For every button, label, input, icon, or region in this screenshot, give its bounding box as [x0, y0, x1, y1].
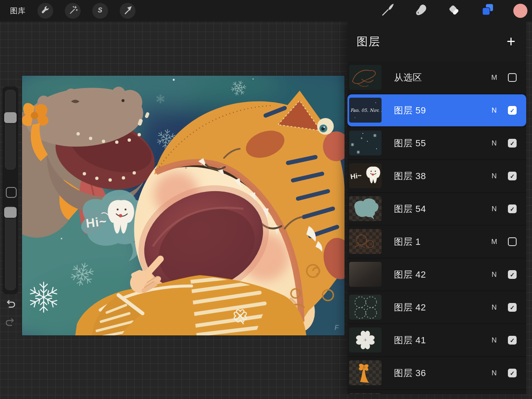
layer-row[interactable]: 图层 42 N	[347, 259, 526, 291]
layer-thumbnail[interactable]	[349, 196, 382, 221]
actions-wrench-button[interactable]	[37, 3, 53, 19]
layers-panel-title: 图层	[347, 34, 381, 49]
thumb-date-text: Fan. 05. Nov. 2018.	[350, 108, 382, 113]
visibility-checkbox[interactable]	[508, 303, 517, 312]
svg-text:S: S	[98, 6, 102, 14]
tiger-eye	[317, 118, 334, 135]
layer-name: 图层 38	[394, 170, 426, 182]
redo-button[interactable]	[5, 318, 16, 328]
blend-mode-badge[interactable]: N	[487, 172, 501, 180]
layer-thumbnail[interactable]	[349, 360, 382, 385]
visibility-checkbox[interactable]	[508, 369, 517, 377]
visibility-checkbox[interactable]	[508, 139, 517, 148]
visibility-checkbox[interactable]	[508, 204, 517, 213]
layer-row[interactable]: 图层 42 N	[347, 291, 526, 323]
layer-row[interactable]: 图层 36 N	[347, 357, 526, 389]
blend-mode-badge[interactable]: M	[487, 238, 501, 246]
selection-s-icon: S	[95, 5, 106, 17]
eraser-icon	[447, 3, 461, 19]
layer-thumbnail[interactable]	[349, 65, 382, 90]
layer-thumbnail[interactable]	[349, 262, 382, 287]
layer-name: 图层 55	[394, 137, 426, 150]
wrench-icon	[40, 5, 51, 17]
visibility-checkbox[interactable]	[508, 237, 517, 246]
layer-thumbnail[interactable]: Fan. 05. Nov. 2018.	[349, 98, 382, 123]
undo-icon	[5, 303, 16, 310]
transform-arrow-icon	[122, 5, 133, 17]
blend-mode-badge[interactable]: N	[487, 271, 501, 279]
layer-thumbnail[interactable]	[349, 229, 382, 254]
layer-row[interactable]: 图层 41 N	[347, 324, 526, 356]
brush-size-handle[interactable]	[4, 112, 17, 123]
brush-size-slider[interactable]	[5, 90, 16, 170]
selection-button[interactable]: S	[92, 3, 108, 19]
layer-name: 图层 42	[394, 301, 426, 314]
blend-mode-badge[interactable]: N	[487, 369, 501, 377]
top-toolbar: 图库 S	[0, 0, 532, 22]
layer-thumbnail[interactable]	[349, 393, 382, 394]
color-swatch[interactable]	[513, 3, 528, 18]
layer-name: 图层 59	[394, 104, 426, 117]
adjustments-wand-button[interactable]	[65, 3, 81, 19]
undo-button[interactable]	[5, 299, 16, 309]
modify-button[interactable]	[6, 187, 17, 198]
bubble-text: Hi~	[85, 214, 108, 230]
layer-name: 图层 1	[394, 236, 421, 248]
layers-panel: 图层 + 从选区 M Fan. 05. Nov. 2018. 图层 59 N 图…	[347, 22, 526, 394]
visibility-checkbox[interactable]	[508, 270, 517, 279]
drawing-canvas[interactable]: Hi~	[22, 76, 345, 335]
layer-row[interactable]: Fan. 05. Nov. 2018. 图层 59 N	[347, 94, 526, 126]
smudge-tool-button[interactable]	[413, 3, 428, 18]
layer-row[interactable]: Hi~ 图层 38 N	[347, 160, 526, 192]
layer-name: 图层 54	[394, 203, 426, 215]
layer-name: 图层 41	[394, 334, 426, 347]
layer-row[interactable]: 图层 1 M	[347, 226, 526, 258]
layer-row[interactable]: 图层 54 N	[347, 193, 526, 225]
layers-icon	[480, 3, 494, 19]
artist-signature: F	[335, 324, 339, 331]
thumb-hi-text: Hi~	[350, 171, 362, 181]
layer-row[interactable]: 图层 55 N	[347, 127, 526, 159]
add-layer-button[interactable]: +	[507, 35, 515, 48]
layer-thumbnail[interactable]	[349, 295, 382, 320]
layers-panel-button[interactable]	[480, 3, 495, 18]
blend-mode-badge[interactable]: N	[487, 139, 501, 148]
blend-mode-badge[interactable]: N	[487, 336, 501, 345]
layers-panel-header: 图层 +	[347, 22, 526, 62]
visibility-checkbox[interactable]	[508, 73, 517, 82]
smudge-icon	[414, 3, 428, 19]
visibility-checkbox[interactable]	[508, 336, 517, 345]
eraser-tool-button[interactable]	[446, 3, 461, 18]
brush-opacity-slider[interactable]	[5, 206, 16, 290]
layer-row[interactable]	[347, 390, 526, 394]
layer-thumbnail[interactable]	[349, 328, 382, 352]
gallery-button[interactable]: 图库	[10, 6, 26, 16]
sidebar-tool-controls	[2, 86, 18, 294]
magic-wand-icon	[67, 5, 78, 17]
brush-tool-button[interactable]	[380, 3, 395, 18]
visibility-checkbox[interactable]	[508, 106, 517, 115]
brush-icon	[380, 3, 394, 19]
blend-mode-badge[interactable]: N	[487, 303, 501, 312]
layer-name: 图层 36	[394, 367, 426, 379]
layer-row[interactable]: 从选区 M	[347, 62, 526, 94]
layer-thumbnail[interactable]: Hi~	[349, 163, 382, 188]
layer-thumbnail[interactable]	[349, 131, 382, 155]
blend-mode-badge[interactable]: N	[487, 205, 501, 213]
visibility-checkbox[interactable]	[508, 172, 517, 180]
blend-mode-badge[interactable]: M	[487, 74, 501, 82]
transform-button[interactable]	[120, 3, 135, 19]
layer-name: 从选区	[394, 71, 422, 84]
redo-icon	[5, 322, 16, 329]
layer-list: 从选区 M Fan. 05. Nov. 2018. 图层 59 N 图层 55 …	[347, 62, 526, 394]
brush-opacity-handle[interactable]	[4, 207, 17, 218]
layer-name: 图层 42	[394, 268, 426, 281]
blend-mode-badge[interactable]: N	[487, 106, 501, 115]
